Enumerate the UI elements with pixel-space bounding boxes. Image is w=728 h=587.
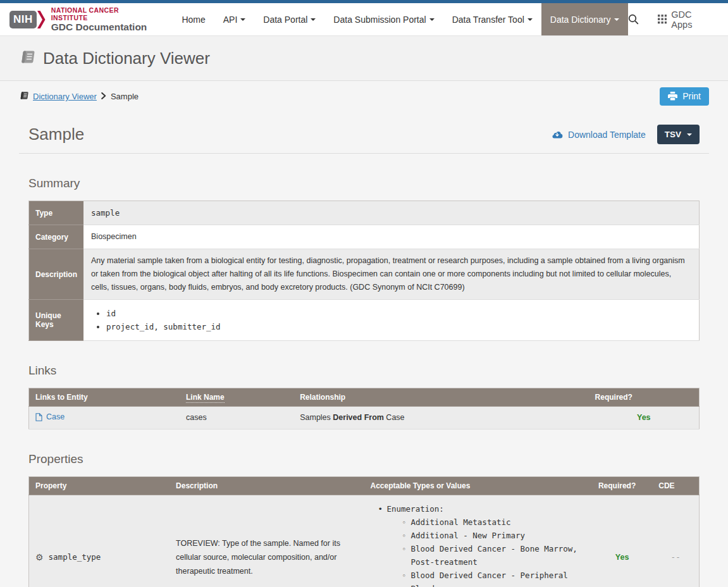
enum-value: Blood Derived Cancer - Peripheral Blood, [402,569,585,587]
nih-logo: NIH [9,11,37,28]
content-container: Sample Download Template TSV Summary Typ… [19,111,709,587]
brand-gdc-line: GDC Documentation [51,22,157,33]
col-required: Required? [589,388,700,407]
unique-keys-list: id project_id, submitter_id [91,307,691,333]
properties-section: Properties Property Description Acceptab… [19,452,709,587]
unique-key: id [106,307,691,320]
properties-heading: Properties [28,452,700,466]
nav-item-api[interactable]: API [214,3,255,35]
enum-value: Blood Derived Cancer - Bone Marrow, Post… [402,542,585,569]
property-values-cell: Enumeration: Additional Metastatic Addit… [364,495,591,587]
summary-table: Type sample Category Biospecimen Descrip… [28,201,700,341]
breadcrumb: Dictionary Viewer Sample [19,91,139,102]
col-required: Required? [592,476,652,495]
page-header-band: Data Dictionary Viewer [0,36,728,81]
brand-nci-line: NATIONAL CANCER INSTITUTE [51,6,157,22]
properties-table: Property Description Acceptable Types or… [28,476,700,587]
links-table: Links to Entity Link Name Relationship R… [28,388,700,429]
entity-title-row: Sample Download Template TSV [19,111,709,154]
file-icon [35,413,42,421]
cde-cell: -- [652,495,699,587]
chevron-right-icon [101,92,106,101]
main-navbar: NIH NATIONAL CANCER INSTITUTE GDC Docume… [0,3,728,36]
book-icon [19,91,28,102]
col-cde: CDE [652,476,699,495]
summary-description-label: Description [29,249,84,300]
links-heading: Links [28,364,700,378]
entity-title: Sample [28,125,84,144]
nav-item-data-submission-portal[interactable]: Data Submission Portal [324,3,443,35]
summary-section: Summary Type sample Category Biospecimen… [19,176,709,341]
chevron-down-icon [614,18,619,21]
enum-value: Additional - New Primary [402,529,585,542]
col-description: Description [170,476,364,495]
nav-item-data-dictionary[interactable]: Data Dictionary [541,3,628,35]
cloud-download-icon [552,130,563,139]
required-badge: Yes [637,413,651,422]
nav-item-home[interactable]: Home [173,3,214,35]
tsv-format-dropdown[interactable]: TSV [657,125,700,144]
book-icon [19,50,35,66]
links-section: Links Links to Entity Link Name Relation… [19,364,709,429]
nav-menu: Home API Data Portal Data Submission Por… [173,3,627,35]
chevron-down-icon [687,133,692,136]
required-badge: Yes [615,553,629,562]
case-entity-link[interactable]: Case [35,412,65,421]
summary-type-value: sample [83,201,699,225]
gdc-apps-button[interactable]: GDC Apps [658,9,715,30]
nih-gdc-brand[interactable]: NIH NATIONAL CANCER INSTITUTE GDC Docume… [9,3,156,35]
relationship-cell: Samples Derived From Case [293,407,588,429]
enum-value: Additional Metastatic [402,516,585,529]
nav-item-data-portal[interactable]: Data Portal [254,3,324,35]
col-relationship: Relationship [293,388,588,407]
printer-icon [668,92,677,101]
table-header-row: Links to Entity Link Name Relationship R… [29,388,700,407]
breadcrumb-row: Dictionary Viewer Sample Print [0,81,728,111]
table-row: Type sample [29,201,700,225]
table-row: Unique Keys id project_id, submitter_id [29,300,700,341]
summary-heading: Summary [28,176,700,190]
page-title: Data Dictionary Viewer [43,49,210,68]
summary-type-label: Type [29,201,84,225]
breadcrumb-current: Sample [111,92,139,101]
col-links-to-entity: Links to Entity [29,388,180,407]
link-name-cell: cases [180,407,293,429]
unique-key: project_id, submitter_id [106,320,691,333]
breadcrumb-link-dictionary-viewer[interactable]: Dictionary Viewer [33,92,97,101]
summary-unique-keys-label: Unique Keys [29,300,84,341]
download-template-link[interactable]: Download Template [552,130,646,140]
table-row: Category Biospecimen [29,225,700,249]
chevron-down-icon [527,18,533,21]
gear-icon: ⚙ [35,552,44,562]
table-header-row: Property Description Acceptable Types or… [29,476,700,495]
property-description: TOREVIEW: Type of the sample. Named for … [170,495,364,587]
summary-category-value: Biospecimen [83,225,699,249]
chevron-down-icon [429,18,435,21]
col-acceptable-values: Acceptable Types or Values [364,476,591,495]
col-property: Property [29,476,170,495]
apps-grid-icon [658,15,667,24]
table-row: ⚙ sample_type TOREVIEW: Type of the samp… [29,495,700,587]
print-button[interactable]: Print [660,87,709,106]
summary-category-label: Category [29,225,84,249]
col-link-name: Link Name [180,388,293,407]
nci-chevron-icon [37,11,46,28]
chevron-down-icon [311,18,316,21]
property-name: ⚙ sample_type [35,552,101,562]
chevron-down-icon [240,18,245,21]
table-row: Description Any material sample taken fr… [29,249,700,300]
enumeration-label: Enumeration: Additional Metastatic Addit… [378,502,585,587]
table-row: Case cases Samples Derived From Case Yes [29,407,700,429]
nav-item-data-transfer-tool[interactable]: Data Transfer Tool [443,3,541,35]
summary-description-value: Any material sample taken from a biologi… [83,249,699,300]
search-icon[interactable] [628,14,639,25]
